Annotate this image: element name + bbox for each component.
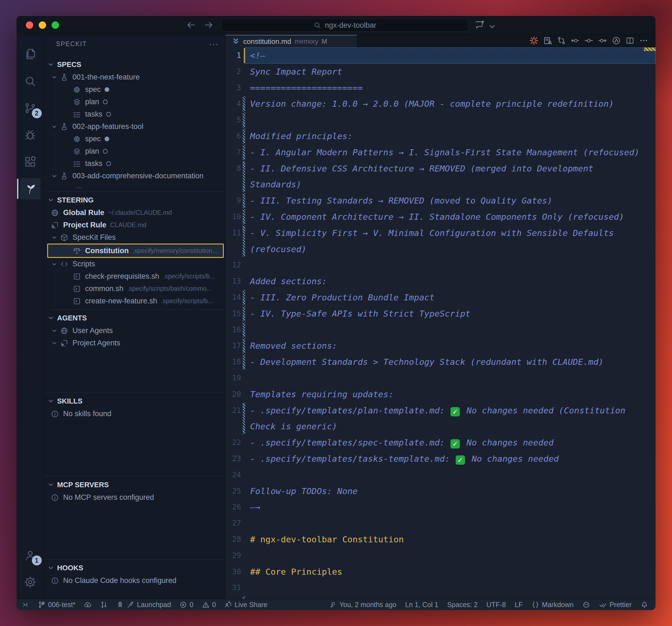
editor-line-17[interactable]: 17Removed sections: (226, 338, 655, 354)
editor-line-25[interactable]: 25Follow-up TODOs: None (226, 483, 655, 499)
tree-item-no-skills-found[interactable]: No skills found (44, 408, 225, 420)
maximize-window-button[interactable] (52, 21, 59, 29)
minimize-window-button[interactable] (39, 21, 46, 29)
editor-line-28[interactable]: 28# ngx-dev-toolbar Constitution (226, 531, 655, 548)
tree-item-003-add-comprehensive-documentation[interactable]: 003-add-comprehensive-documentation (44, 170, 225, 182)
timeline-icon[interactable] (611, 36, 621, 46)
git-compare-icon[interactable] (557, 36, 566, 46)
tree-item-tasks[interactable]: tasks (44, 157, 225, 170)
tree-item-constitution[interactable]: Constitution.specify/memory/constitution… (47, 244, 224, 258)
tree-item-spec[interactable]: spec (44, 83, 225, 96)
next-change-icon[interactable] (598, 36, 607, 46)
status-item-0[interactable]: 0 (179, 601, 194, 609)
tree-item-plan[interactable]: plan (44, 145, 225, 157)
editor-line-14[interactable]: 14- III. Zero Production Bundle Impact (226, 290, 655, 306)
tree-item-no-claude-code-hooks-configured[interactable]: No Claude Code hooks configured (44, 574, 225, 587)
files-activity-item[interactable] (17, 41, 44, 68)
tree-more-indicator[interactable]: … (44, 182, 225, 189)
tree-item-plan[interactable]: plan (44, 96, 225, 108)
editor-line-8[interactable]: 8- II. Defensive CSS Architecture → REMO… (226, 160, 655, 193)
status-item-cloud-up[interactable] (84, 601, 92, 609)
editor-line-1[interactable]: 1<!— (226, 47, 655, 64)
editor-line-10[interactable]: 10- IV. Component Architecture → II. Sta… (226, 209, 655, 225)
editor[interactable]: 1<!—2Sync Impact Report3================… (226, 47, 655, 599)
editor-line-27[interactable]: 27 (226, 515, 655, 531)
editor-line-30[interactable]: 30## Core Principles (226, 564, 655, 580)
editor-line-4[interactable]: 4Version change: 1.0.0 → 2.0.0 (MAJOR - … (226, 96, 655, 112)
editor-line-7[interactable]: 7- I. Angular Modern Patterns → I. Signa… (226, 144, 655, 160)
editor-line-2[interactable]: 2Sync Impact Report (226, 64, 655, 80)
tree-item-check-prerequisites-sh[interactable]: check-prerequisites.sh.specify/scripts/b… (44, 270, 225, 282)
status-item-utf-8[interactable]: UTF-8 (486, 601, 506, 609)
tree-item-project-rule[interactable]: Project RuleCLAUDE.md (44, 219, 225, 231)
editor-line-3[interactable]: 3====================== (226, 80, 655, 96)
editor-line-24[interactable]: 24 (226, 467, 655, 483)
forward-icon[interactable] (203, 20, 214, 30)
editor-line-21[interactable]: 21- .specify/templates/plan-template.md:… (226, 402, 655, 435)
tree-item-global-rule[interactable]: Global Rule~/.claude/CLAUDE.md (44, 206, 225, 219)
tree-item-user-agents[interactable]: User Agents (44, 325, 225, 337)
status-item-robot[interactable] (582, 601, 590, 609)
tree-item-common-sh[interactable]: common.sh.specify/scripts/bash/commo... (44, 282, 225, 295)
chevron-down-icon[interactable] (487, 21, 494, 28)
tab-constitution[interactable]: constitution.md memory M (226, 35, 357, 47)
status-item-live-share[interactable]: Live Share (224, 601, 268, 609)
open-preview-icon[interactable] (543, 36, 552, 46)
sprout-activity-item[interactable] (17, 175, 44, 202)
status-item-ln-1-col-1[interactable]: Ln 1, Col 1 (405, 601, 438, 609)
status-item-remote[interactable] (21, 601, 29, 609)
status-item-spaces-2[interactable]: Spaces: 2 (447, 601, 478, 609)
claude-starburst-icon[interactable] (529, 36, 538, 46)
back-icon[interactable] (186, 20, 196, 30)
editor-line-32[interactable]: 32### I. Signals-First State Management (226, 596, 655, 599)
tree-item-speckit-files[interactable]: SpecKit Files (44, 231, 225, 244)
extensions-activity-item[interactable] (17, 148, 44, 175)
chat-sparkle-icon[interactable] (474, 20, 485, 30)
editor-line-29[interactable]: 29 (226, 548, 655, 564)
editor-line-22[interactable]: 22- .specify/templates/spec-template.md:… (226, 434, 655, 451)
commit-icon[interactable] (584, 36, 594, 46)
editor-line-19[interactable]: 19 (226, 370, 655, 386)
status-item-bell[interactable] (641, 601, 648, 609)
previous-change-icon[interactable] (571, 36, 580, 46)
editor-line-15[interactable]: 15- IV. Type-Safe APIs with Strict TypeS… (226, 306, 655, 322)
editor-line-12[interactable]: 12 (226, 257, 655, 273)
status-item-0[interactable]: 0 (202, 601, 216, 609)
tree-item-create-new-feature-sh[interactable]: create-new-feature.sh.specify/scripts/b.… (44, 295, 225, 307)
tree-item-tasks[interactable]: tasks (44, 108, 225, 120)
section-header[interactable]: MCP SERVERS (44, 478, 225, 491)
editor-line-23[interactable]: 23- .specify/templates/tasks-template.md… (226, 451, 655, 467)
editor-line-31[interactable]: 31 (226, 580, 655, 596)
command-center-search[interactable]: ngx-dev-toolbar (221, 19, 468, 32)
panel-more-icon[interactable]: ··· (209, 43, 219, 45)
section-header[interactable]: HOOKS (44, 561, 225, 574)
split-editor-icon[interactable] (625, 36, 635, 46)
status-item-graph-lines[interactable] (100, 601, 108, 609)
tree-item-002-app-features-tool[interactable]: 002-app-features-tool (44, 120, 225, 133)
account-activity-item[interactable]: 1 (17, 542, 44, 569)
tree-item-001-the-next-feature[interactable]: 001-the-next-feature (44, 71, 225, 83)
gear-activity-item[interactable] (17, 569, 44, 596)
editor-line-26[interactable]: 26—→ (226, 499, 655, 515)
editor-line-6[interactable]: 6Modified principles: (226, 128, 655, 144)
editor-line-5[interactable]: 5 (226, 112, 655, 128)
section-header[interactable]: AGENTS (44, 311, 225, 325)
status-item-launchpad[interactable]: Launchpad (116, 601, 171, 609)
more-actions-icon[interactable] (639, 36, 648, 46)
status-item-markdown[interactable]: Markdown (531, 601, 573, 609)
editor-line-9[interactable]: 9- III. Testing Standards → REMOVED (mov… (226, 193, 655, 209)
tree-item-spec[interactable]: spec (44, 133, 225, 145)
status-item-you-2-months-ago[interactable]: You, 2 months ago (329, 601, 397, 609)
bug-activity-item[interactable] (17, 122, 44, 148)
tree-item-no-mcp-servers-configured[interactable]: No MCP servers configured (44, 491, 225, 504)
section-header[interactable]: SKILLS (44, 395, 225, 408)
status-item-006-test-[interactable]: 006-test* (38, 601, 75, 609)
source-control-activity-item[interactable]: 2 (17, 95, 44, 122)
tree-item-project-agents[interactable]: Project Agents (44, 337, 225, 349)
status-item-lf[interactable]: LF (515, 601, 523, 609)
search-activity-item[interactable] (17, 68, 44, 95)
editor-line-16[interactable]: 16 (226, 322, 655, 338)
section-header[interactable]: SPECS (44, 58, 225, 71)
close-window-button[interactable] (26, 21, 33, 29)
editor-line-18[interactable]: 18- Development Standards > Technology S… (226, 354, 655, 370)
